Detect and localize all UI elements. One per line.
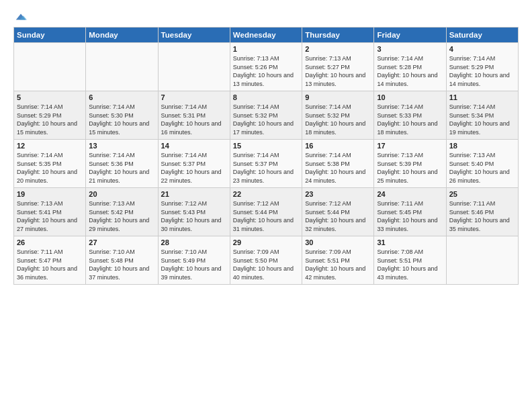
day-info: Sunrise: 7:10 AM Sunset: 5:49 PM Dayligh… xyxy=(161,248,227,281)
calendar-cell: 22Sunrise: 7:12 AM Sunset: 5:44 PM Dayli… xyxy=(230,188,302,236)
day-info: Sunrise: 7:13 AM Sunset: 5:26 PM Dayligh… xyxy=(233,54,299,88)
calendar-cell: 18Sunrise: 7:13 AM Sunset: 5:40 PM Dayli… xyxy=(446,140,518,188)
calendar-cell: 7Sunrise: 7:14 AM Sunset: 5:31 PM Daylig… xyxy=(158,91,230,140)
calendar-cell: 30Sunrise: 7:09 AM Sunset: 5:51 PM Dayli… xyxy=(302,236,374,285)
calendar-week-row: 1Sunrise: 7:13 AM Sunset: 5:26 PM Daylig… xyxy=(14,43,519,91)
day-number: 29 xyxy=(233,238,299,246)
day-info: Sunrise: 7:14 AM Sunset: 5:30 PM Dayligh… xyxy=(89,103,154,136)
day-info: Sunrise: 7:09 AM Sunset: 5:50 PM Dayligh… xyxy=(233,248,299,281)
calendar-cell: 24Sunrise: 7:11 AM Sunset: 5:45 PM Dayli… xyxy=(374,188,446,236)
calendar-cell xyxy=(158,43,230,91)
day-number: 2 xyxy=(305,45,371,53)
calendar-cell: 8Sunrise: 7:14 AM Sunset: 5:32 PM Daylig… xyxy=(230,91,302,140)
day-info: Sunrise: 7:14 AM Sunset: 5:29 PM Dayligh… xyxy=(17,103,83,136)
day-info: Sunrise: 7:14 AM Sunset: 5:31 PM Dayligh… xyxy=(161,103,227,136)
calendar-week-row: 26Sunrise: 7:11 AM Sunset: 5:47 PM Dayli… xyxy=(14,236,519,285)
day-info: Sunrise: 7:13 AM Sunset: 5:40 PM Dayligh… xyxy=(449,151,515,185)
calendar-cell: 13Sunrise: 7:14 AM Sunset: 5:36 PM Dayli… xyxy=(86,140,158,188)
day-info: Sunrise: 7:14 AM Sunset: 5:28 PM Dayligh… xyxy=(377,54,443,88)
day-info: Sunrise: 7:12 AM Sunset: 5:44 PM Dayligh… xyxy=(305,199,371,233)
day-info: Sunrise: 7:14 AM Sunset: 5:37 PM Dayligh… xyxy=(233,151,299,185)
day-info: Sunrise: 7:14 AM Sunset: 5:32 PM Dayligh… xyxy=(233,103,299,136)
day-info: Sunrise: 7:14 AM Sunset: 5:32 PM Dayligh… xyxy=(305,103,371,136)
day-number: 23 xyxy=(305,190,371,198)
day-info: Sunrise: 7:12 AM Sunset: 5:43 PM Dayligh… xyxy=(161,199,227,233)
calendar-cell: 26Sunrise: 7:11 AM Sunset: 5:47 PM Dayli… xyxy=(14,236,86,285)
calendar-cell: 1Sunrise: 7:13 AM Sunset: 5:26 PM Daylig… xyxy=(230,43,302,91)
calendar-cell xyxy=(86,43,158,91)
day-number: 13 xyxy=(89,142,154,150)
day-number: 10 xyxy=(377,93,443,101)
calendar-cell: 25Sunrise: 7:11 AM Sunset: 5:46 PM Dayli… xyxy=(446,188,518,236)
header xyxy=(13,12,519,21)
calendar-cell: 5Sunrise: 7:14 AM Sunset: 5:29 PM Daylig… xyxy=(14,91,86,140)
logo-icon xyxy=(15,12,27,21)
calendar-cell: 28Sunrise: 7:10 AM Sunset: 5:49 PM Dayli… xyxy=(158,236,230,285)
day-number: 1 xyxy=(233,45,299,53)
day-info: Sunrise: 7:14 AM Sunset: 5:35 PM Dayligh… xyxy=(17,151,83,185)
day-number: 8 xyxy=(233,93,299,101)
calendar-cell: 3Sunrise: 7:14 AM Sunset: 5:28 PM Daylig… xyxy=(374,43,446,91)
day-info: Sunrise: 7:10 AM Sunset: 5:48 PM Dayligh… xyxy=(89,248,154,281)
calendar-cell: 9Sunrise: 7:14 AM Sunset: 5:32 PM Daylig… xyxy=(302,91,374,140)
header-cell-wednesday: Wednesday xyxy=(230,28,302,43)
calendar-cell: 31Sunrise: 7:08 AM Sunset: 5:51 PM Dayli… xyxy=(374,236,446,285)
day-number: 6 xyxy=(89,93,154,101)
calendar-cell: 23Sunrise: 7:12 AM Sunset: 5:44 PM Dayli… xyxy=(302,188,374,236)
calendar-cell: 12Sunrise: 7:14 AM Sunset: 5:35 PM Dayli… xyxy=(14,140,86,188)
calendar-cell: 10Sunrise: 7:14 AM Sunset: 5:33 PM Dayli… xyxy=(374,91,446,140)
day-number: 5 xyxy=(17,93,83,101)
day-number: 28 xyxy=(161,238,227,246)
day-number: 25 xyxy=(449,190,515,198)
day-number: 17 xyxy=(377,142,443,150)
calendar-cell xyxy=(446,236,518,285)
day-info: Sunrise: 7:13 AM Sunset: 5:42 PM Dayligh… xyxy=(89,199,154,233)
calendar-header-row: SundayMondayTuesdayWednesdayThursdayFrid… xyxy=(14,28,519,43)
day-info: Sunrise: 7:12 AM Sunset: 5:44 PM Dayligh… xyxy=(233,199,299,233)
calendar-cell: 27Sunrise: 7:10 AM Sunset: 5:48 PM Dayli… xyxy=(86,236,158,285)
calendar-table: SundayMondayTuesdayWednesdayThursdayFrid… xyxy=(13,27,519,285)
day-number: 4 xyxy=(449,45,515,53)
day-number: 19 xyxy=(17,190,83,198)
day-info: Sunrise: 7:11 AM Sunset: 5:47 PM Dayligh… xyxy=(17,248,83,281)
calendar-cell: 29Sunrise: 7:09 AM Sunset: 5:50 PM Dayli… xyxy=(230,236,302,285)
calendar-cell: 16Sunrise: 7:14 AM Sunset: 5:38 PM Dayli… xyxy=(302,140,374,188)
calendar-body: 1Sunrise: 7:13 AM Sunset: 5:26 PM Daylig… xyxy=(14,43,519,285)
calendar-cell xyxy=(14,43,86,91)
page: SundayMondayTuesdayWednesdayThursdayFrid… xyxy=(0,0,532,294)
day-number: 24 xyxy=(377,190,443,198)
day-info: Sunrise: 7:13 AM Sunset: 5:39 PM Dayligh… xyxy=(377,151,443,185)
calendar-cell: 6Sunrise: 7:14 AM Sunset: 5:30 PM Daylig… xyxy=(86,91,158,140)
day-number: 21 xyxy=(161,190,227,198)
calendar-week-row: 19Sunrise: 7:13 AM Sunset: 5:41 PM Dayli… xyxy=(14,188,519,236)
day-info: Sunrise: 7:11 AM Sunset: 5:45 PM Dayligh… xyxy=(377,199,443,233)
header-cell-tuesday: Tuesday xyxy=(158,28,230,43)
day-number: 31 xyxy=(377,238,443,246)
logo xyxy=(13,12,27,21)
day-number: 11 xyxy=(449,93,515,101)
header-cell-monday: Monday xyxy=(86,28,158,43)
day-info: Sunrise: 7:14 AM Sunset: 5:34 PM Dayligh… xyxy=(449,103,515,136)
day-number: 12 xyxy=(17,142,83,150)
calendar-cell: 21Sunrise: 7:12 AM Sunset: 5:43 PM Dayli… xyxy=(158,188,230,236)
day-info: Sunrise: 7:13 AM Sunset: 5:27 PM Dayligh… xyxy=(305,54,371,88)
day-info: Sunrise: 7:09 AM Sunset: 5:51 PM Dayligh… xyxy=(305,248,371,281)
calendar-cell: 19Sunrise: 7:13 AM Sunset: 5:41 PM Dayli… xyxy=(14,188,86,236)
header-cell-saturday: Saturday xyxy=(446,28,518,43)
day-number: 22 xyxy=(233,190,299,198)
day-number: 26 xyxy=(17,238,83,246)
day-number: 20 xyxy=(89,190,154,198)
day-number: 15 xyxy=(233,142,299,150)
calendar-cell: 14Sunrise: 7:14 AM Sunset: 5:37 PM Dayli… xyxy=(158,140,230,188)
calendar-week-row: 5Sunrise: 7:14 AM Sunset: 5:29 PM Daylig… xyxy=(14,91,519,140)
day-info: Sunrise: 7:14 AM Sunset: 5:29 PM Dayligh… xyxy=(449,54,515,88)
day-number: 18 xyxy=(449,142,515,150)
calendar-cell: 2Sunrise: 7:13 AM Sunset: 5:27 PM Daylig… xyxy=(302,43,374,91)
day-number: 27 xyxy=(89,238,154,246)
calendar-cell: 15Sunrise: 7:14 AM Sunset: 5:37 PM Dayli… xyxy=(230,140,302,188)
day-info: Sunrise: 7:13 AM Sunset: 5:41 PM Dayligh… xyxy=(17,199,83,233)
day-info: Sunrise: 7:11 AM Sunset: 5:46 PM Dayligh… xyxy=(449,199,515,233)
day-number: 7 xyxy=(161,93,227,101)
day-info: Sunrise: 7:14 AM Sunset: 5:38 PM Dayligh… xyxy=(305,151,371,185)
calendar-week-row: 12Sunrise: 7:14 AM Sunset: 5:35 PM Dayli… xyxy=(14,140,519,188)
